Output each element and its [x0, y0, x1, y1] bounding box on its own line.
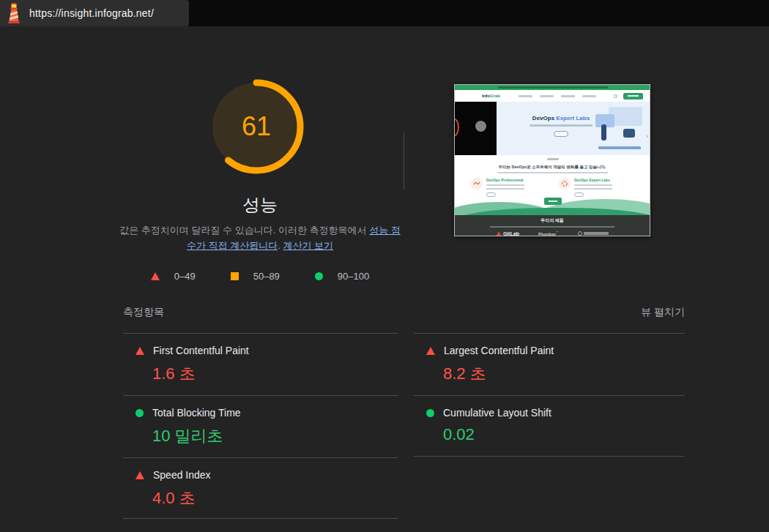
report-url[interactable]: https://insight.infograb.net/ — [29, 7, 154, 19]
thumb-cta-button — [623, 93, 643, 100]
thumb-carousel-indicator — [547, 158, 559, 160]
metric-value: 1.6 초 — [152, 363, 398, 385]
thumb-section-heading: 우리는 DevOps로 소프트웨어 개발의 변화를 돕고 있습니다. — [455, 165, 650, 170]
thumb-hero-illustration — [595, 105, 644, 151]
legend-fail: 0–49 — [151, 271, 196, 282]
thumb-footer-heading: 우리의 제품 — [455, 217, 650, 224]
metric-first-contentful-paint[interactable]: First Contentful Paint 1.6 초 — [123, 333, 398, 395]
performance-score: 61 — [207, 78, 305, 176]
metric-cumulative-layout-shift[interactable]: Cumulative Layout Shift 0.02 — [414, 395, 685, 457]
thumb-wave-button — [544, 198, 562, 205]
thumb-video-box — [455, 102, 497, 155]
thumb-hero-button — [554, 131, 568, 137]
legend-average-range: 50–89 — [253, 271, 280, 282]
gitlab-fox-icon — [496, 231, 502, 236]
legend-pass: 90–100 — [315, 271, 369, 282]
gitlab-logo: GitLab — [496, 231, 519, 236]
fail-triangle-icon — [135, 471, 144, 479]
metric-value: 4.0 초 — [152, 487, 398, 509]
thumb-carousel-arrow: › — [647, 134, 648, 139]
thumb-product-cards: DevOps Professional DevOps Expert Labs — [471, 178, 635, 197]
vertical-divider — [404, 132, 404, 190]
metrics-column-left: First Contentful Paint 1.6 초 Total Block… — [123, 333, 398, 519]
thumb-section-subline — [498, 172, 608, 173]
thumb-card-professional: DevOps Professional — [471, 178, 547, 197]
score-legend: 0–49 50–89 90–100 — [123, 271, 397, 282]
thumb-logo: InfoGrab — [482, 94, 500, 98]
url-chip: https://insight.infograb.net/ — [0, 0, 189, 26]
thumb-play-icon — [475, 121, 486, 132]
thumb-card-expert-labs: DevOps Expert Labs — [559, 178, 635, 197]
metric-value: 10 밀리초 — [152, 425, 398, 447]
average-square-icon — [231, 272, 239, 280]
calculator-link[interactable]: 계산기 보기 — [283, 240, 333, 251]
legend-fail-range: 0–49 — [174, 271, 196, 282]
page-screenshot-thumbnail: InfoGrab DevOps Expert Labs › 우리는 DevOps… — [454, 84, 650, 236]
thumb-hero-subtitle-bar — [530, 124, 592, 127]
expand-view-toggle[interactable]: 뷰 펼치기 — [641, 306, 685, 319]
thumb-card-icon — [471, 178, 483, 190]
top-bar: https://insight.infograb.net/ — [0, 0, 769, 26]
metrics-column-right: Largest Contentful Paint 8.2 초 Cumulativ… — [414, 333, 685, 519]
thumb-card-icon — [559, 178, 571, 190]
thumb-footer-subline — [490, 226, 614, 228]
thumb-navbar: InfoGrab — [455, 90, 650, 102]
metrics-grid: First Contentful Paint 1.6 초 Total Block… — [123, 333, 685, 519]
thumb-search-icon — [614, 94, 617, 98]
legend-pass-range: 90–100 — [338, 271, 369, 282]
metric-value: 0.02 — [443, 425, 685, 444]
fail-triangle-icon — [426, 347, 435, 355]
thumb-nav-menu — [506, 95, 608, 97]
score-description-text: 값은 추정치이며 달라질 수 있습니다. 이러한 측정항목에서 — [119, 225, 369, 236]
metric-total-blocking-time[interactable]: Total Blocking Time 10 밀리초 — [123, 395, 398, 457]
plumber-logo: Plumber™ — [538, 231, 559, 236]
metric-value: 8.2 초 — [443, 363, 685, 385]
score-description: 값은 추정치이며 달라질 수 있습니다. 이러한 측정항목에서 성능 점수가 직… — [116, 222, 404, 253]
metric-largest-contentful-paint[interactable]: Largest Contentful Paint 8.2 초 — [414, 333, 685, 395]
metrics-header: 측정항목 뷰 펼치기 — [123, 306, 685, 319]
thumb-hero-text: DevOps Expert Labs — [521, 115, 601, 137]
lighthouse-icon — [6, 3, 22, 23]
thumb-footer: 우리의 제품 GitLab Plumber™ — [455, 215, 650, 236]
pass-circle-icon — [426, 409, 434, 417]
performance-gauge[interactable]: 61 — [207, 78, 305, 176]
thumb-announcement-bar — [455, 85, 650, 90]
thumb-footer-logos: GitLab Plumber™ — [455, 231, 650, 236]
partner-logo — [578, 231, 609, 236]
metrics-title: 측정항목 — [123, 306, 164, 319]
metric-speed-index[interactable]: Speed Index 4.0 초 — [123, 457, 398, 519]
fail-triangle-icon — [135, 347, 144, 355]
fail-triangle-icon — [151, 272, 160, 280]
category-title: 성능 — [123, 193, 397, 217]
pass-circle-icon — [135, 409, 144, 417]
legend-average: 50–89 — [231, 271, 280, 282]
pass-circle-icon — [315, 272, 323, 280]
